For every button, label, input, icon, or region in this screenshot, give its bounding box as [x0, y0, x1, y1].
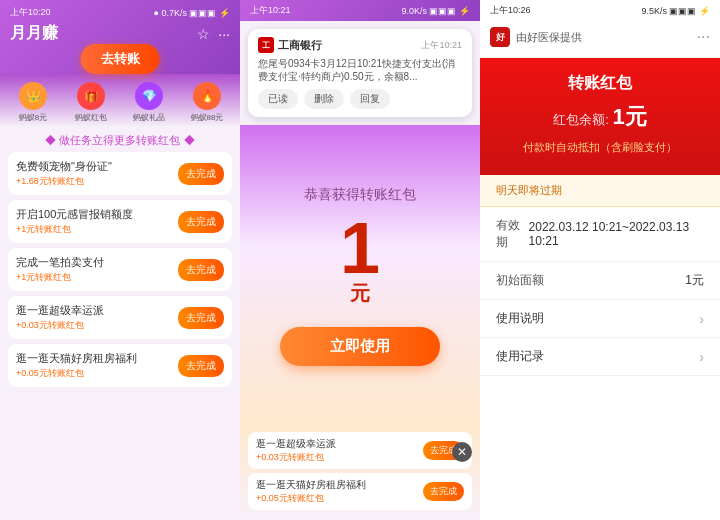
task-item: 开启100元感冒报销额度 +1元转账红包 去完成 — [8, 200, 232, 243]
unit-text: 元 — [350, 280, 370, 307]
icon-circle-1: 👑 — [19, 82, 47, 110]
icon-label-3: 蚂蚁礼品 — [133, 112, 165, 123]
coupon-header: 转账红包 红包余额: 1元 付款时自动抵扣（含刷脸支付） — [480, 58, 720, 175]
status-right-3: 9.5K/s ▣▣▣ ⚡ — [641, 6, 710, 16]
quick-icon-2[interactable]: 🎁 蚂蚁红包 — [69, 82, 113, 123]
big-amount: 1 — [340, 212, 380, 284]
validity-label: 有效期 — [496, 217, 529, 251]
status-time-3: 上午10:26 — [490, 4, 531, 17]
status-time-1: 上午10:20 — [10, 6, 51, 19]
task-btn-4[interactable]: 去完成 — [178, 355, 224, 377]
quick-icons-row: 👑 蚂蚁8元 🎁 蚂蚁红包 💎 蚂蚁礼品 🔥 蚂蚁88元 — [0, 74, 240, 127]
task-item: 逛一逛天猫好房租房福利 +0.05元转账红包 去完成 — [8, 344, 232, 387]
info-row-amount: 初始面额 1元 — [480, 262, 720, 300]
quick-icon-1[interactable]: 👑 蚂蚁8元 — [11, 82, 55, 123]
link-label-1: 使用说明 — [496, 310, 544, 327]
more-icon[interactable]: ··· — [218, 26, 230, 42]
more-btn-3[interactable]: ··· — [697, 28, 710, 46]
panel-monthly-earn: 上午10:20 ● 0.7K/s ▣▣▣ ⚡ 月月赚 ☆ ··· 去转账 👑 蚂… — [0, 0, 240, 520]
link-label-2: 使用记录 — [496, 348, 544, 365]
panel1-header: 上午10:20 ● 0.7K/s ▣▣▣ ⚡ 月月赚 ☆ ··· 去转账 — [0, 0, 240, 74]
provider-name: 由好医保提供 — [516, 30, 582, 45]
task-btn-1[interactable]: 去完成 — [178, 211, 224, 233]
amount-label: 初始面额 — [496, 272, 544, 289]
task-item: 完成一笔拍卖支付 +1元转账红包 去完成 — [8, 248, 232, 291]
task-btn-3[interactable]: 去完成 — [178, 307, 224, 329]
chevron-right-icon-2: › — [699, 349, 704, 365]
status-time-2: 上午10:21 — [250, 4, 291, 17]
chevron-right-icon-1: › — [699, 311, 704, 327]
bank-icon: 工 — [258, 37, 274, 53]
panel3-header: 好 由好医保提供 ··· — [480, 21, 720, 58]
task-name-1: 开启100元感冒报销额度 — [16, 207, 178, 222]
bottom-name-2: 逛一逛天猫好房租房福利 — [256, 478, 423, 492]
notif-delete-btn[interactable]: 删除 — [304, 89, 344, 109]
panel2-bottom: 逛一逛超级幸运派 +0.03元转账红包 去完成 逛一逛天猫好房租房福利 +0.0… — [240, 426, 480, 520]
task-item: 免费领宠物"身份证" +1.68元转账红包 去完成 — [8, 152, 232, 195]
icon-label-2: 蚂蚁红包 — [75, 112, 107, 123]
bottom-reward-1: +0.03元转账红包 — [256, 451, 423, 464]
quick-icon-4[interactable]: 🔥 蚂蚁88元 — [185, 82, 229, 123]
statusbar-3: 上午10:26 9.5K/s ▣▣▣ ⚡ — [480, 0, 720, 21]
panel-red-packet: 上午10:21 9.0K/s ▣▣▣ ⚡ 工 工商银行 上午10:21 您尾号0… — [240, 0, 480, 520]
icon-circle-3: 💎 — [135, 82, 163, 110]
provider-icon: 好 — [490, 27, 510, 47]
status-speed-2: 9.0K/s ▣▣▣ ⚡ — [401, 6, 470, 16]
task-reward-1: +1元转账红包 — [16, 223, 178, 236]
red-packet-main: 恭喜获得转账红包 1 元 立即使用 — [240, 125, 480, 426]
bottom-item-1: 逛一逛超级幸运派 +0.03元转账红包 去完成 — [248, 432, 472, 469]
panel-coupon-detail: 上午10:26 9.5K/s ▣▣▣ ⚡ 好 由好医保提供 ··· 转账红包 红… — [480, 0, 720, 520]
close-overlay-btn[interactable]: ✕ — [452, 442, 472, 462]
transfer-btn[interactable]: 去转账 — [81, 44, 160, 74]
amount-value: 1元 — [685, 272, 704, 289]
bottom-name-1: 逛一逛超级幸运派 — [256, 437, 423, 451]
bottom-btn-2[interactable]: 去完成 — [423, 482, 464, 501]
congrats-text: 恭喜获得转账红包 — [304, 186, 416, 204]
notif-time: 上午10:21 — [421, 39, 462, 52]
bottom-item-2: 逛一逛天猫好房租房福利 +0.05元转账红包 去完成 — [248, 473, 472, 510]
header-icons-1: ☆ ··· — [197, 26, 230, 42]
notif-text: 您尾号0934卡3月12日10:21快捷支付支出(消费支付宝·特约商户)0.50… — [258, 57, 462, 83]
icon-circle-4: 🔥 — [193, 82, 221, 110]
task-name-0: 免费领宠物"身份证" — [16, 159, 178, 174]
link-usage-instructions[interactable]: 使用说明 › — [480, 300, 720, 338]
statusbar-2: 上午10:21 9.0K/s ▣▣▣ ⚡ — [250, 4, 470, 17]
expire-notice: 明天即将过期 — [480, 175, 720, 207]
quick-icon-3[interactable]: 💎 蚂蚁礼品 — [127, 82, 171, 123]
icon-circle-2: 🎁 — [77, 82, 105, 110]
info-row-validity: 有效期 2022.03.12 10:21~2022.03.13 10:21 — [480, 207, 720, 262]
status-icons-1: ● 0.7K/s ▣▣▣ ⚡ — [154, 8, 230, 18]
task-reward-3: +0.03元转账红包 — [16, 319, 178, 332]
notif-reply-btn[interactable]: 回复 — [350, 89, 390, 109]
task-reward-2: +1元转账红包 — [16, 271, 178, 284]
info-section: 有效期 2022.03.12 10:21~2022.03.13 10:21 初始… — [480, 207, 720, 376]
coupon-body: 明天即将过期 有效期 2022.03.12 10:21~2022.03.13 1… — [480, 175, 720, 520]
task-reward-0: +1.68元转账红包 — [16, 175, 178, 188]
star-icon[interactable]: ☆ — [197, 26, 210, 42]
tasks-section-title: ◆ 做任务立得更多转账红包 ◆ — [0, 127, 240, 152]
link-usage-records[interactable]: 使用记录 › — [480, 338, 720, 376]
task-btn-0[interactable]: 去完成 — [178, 163, 224, 185]
page-title-1: 月月赚 — [10, 23, 58, 44]
task-btn-2[interactable]: 去完成 — [178, 259, 224, 281]
icon-label-1: 蚂蚁8元 — [19, 112, 47, 123]
notif-actions: 已读 删除 回复 — [258, 89, 462, 109]
task-name-4: 逛一逛天猫好房租房福利 — [16, 351, 178, 366]
task-reward-4: +0.05元转账红包 — [16, 367, 178, 380]
bank-name: 工商银行 — [278, 38, 322, 53]
balance-label: 红包余额: — [553, 112, 612, 127]
task-name-2: 完成一笔拍卖支付 — [16, 255, 178, 270]
icon-label-4: 蚂蚁88元 — [191, 112, 224, 123]
bottom-reward-2: +0.05元转账红包 — [256, 492, 423, 505]
statusbar-1: 上午10:20 ● 0.7K/s ▣▣▣ ⚡ — [10, 6, 230, 19]
balance-value: 1元 — [612, 104, 646, 129]
notification-card: 工 工商银行 上午10:21 您尾号0934卡3月12日10:21快捷支付支出(… — [248, 29, 472, 117]
tasks-list: 免费领宠物"身份证" +1.68元转账红包 去完成 开启100元感冒报销额度 +… — [0, 152, 240, 520]
auto-deduct-text: 付款时自动抵扣（含刷脸支付） — [496, 140, 704, 155]
validity-value: 2022.03.12 10:21~2022.03.13 10:21 — [529, 220, 704, 248]
coupon-title: 转账红包 — [496, 73, 704, 94]
task-item: 逛一逛超级幸运派 +0.03元转账红包 去完成 — [8, 296, 232, 339]
task-name-3: 逛一逛超级幸运派 — [16, 303, 178, 318]
notif-read-btn[interactable]: 已读 — [258, 89, 298, 109]
use-now-btn[interactable]: 立即使用 — [280, 327, 440, 366]
